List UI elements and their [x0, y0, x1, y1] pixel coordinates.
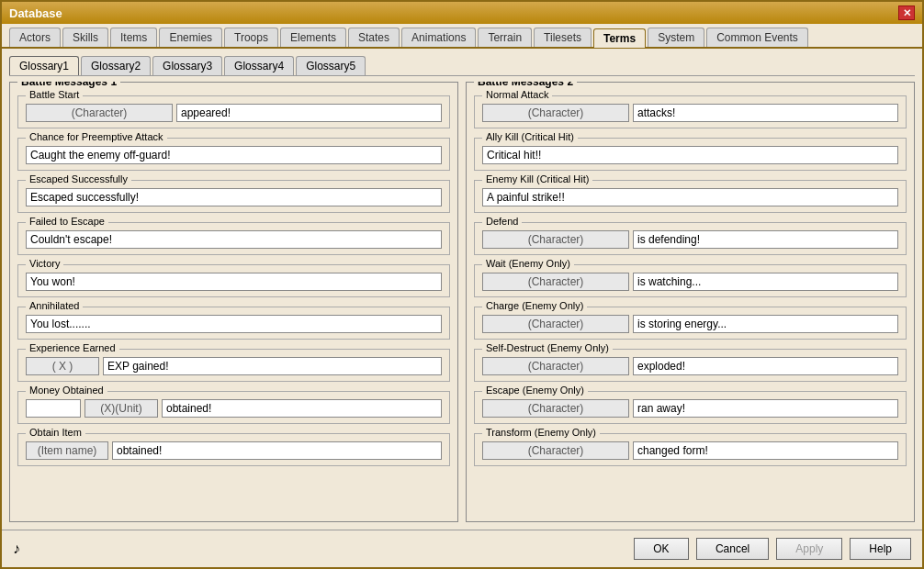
tab-elements[interactable]: Elements [280, 28, 346, 47]
victory-row [26, 273, 442, 291]
money-token2[interactable] [85, 399, 158, 418]
normal-attack-value[interactable] [633, 104, 898, 122]
normal-attack-row [482, 104, 898, 122]
tab-animations[interactable]: Animations [401, 28, 476, 47]
exp-row [26, 357, 442, 375]
transform-value[interactable] [633, 441, 898, 460]
tab-actors[interactable]: Actors [9, 28, 61, 47]
bottom-buttons: OK Cancel Apply Help [634, 538, 911, 560]
wait-row [482, 273, 898, 291]
transform-row [482, 441, 898, 460]
wait-value[interactable] [633, 273, 898, 291]
ally-kill-value[interactable] [482, 146, 898, 164]
tab-items[interactable]: Items [110, 28, 157, 47]
cancel-button[interactable]: Cancel [696, 538, 769, 560]
victory-value[interactable] [26, 273, 442, 291]
window-title: Database [9, 6, 62, 20]
tab-states[interactable]: States [348, 28, 400, 47]
ally-kill-group: Ally Kill (Critical Hit) [474, 138, 907, 171]
sub-tab-bar: Glossary1 Glossary2 Glossary3 Glossary4 … [9, 56, 915, 76]
enemy-kill-row [482, 188, 898, 206]
preemptive-row [26, 146, 442, 164]
wait-title: Wait (Enemy Only) [482, 258, 574, 269]
charge-title: Charge (Enemy Only) [482, 300, 587, 311]
sub-tab-glossary1[interactable]: Glossary1 [9, 56, 79, 75]
escape-value[interactable] [633, 399, 898, 418]
obtain-item-value[interactable] [112, 441, 442, 460]
enemy-kill-group: Enemy Kill (Critical Hit) [474, 180, 907, 213]
music-icon: ♪ [13, 541, 20, 557]
defend-group: Defend [474, 222, 907, 255]
right-panel: Battle Messages 2 Normal Attack Ally Kil… [466, 82, 915, 522]
failed-escape-title: Failed to Escape [26, 216, 108, 227]
main-area: Battle Messages 1 Battle Start Chance fo… [9, 82, 915, 522]
exp-value[interactable] [103, 357, 442, 375]
transform-token[interactable] [482, 441, 629, 460]
battle-messages-2-box: Battle Messages 2 Normal Attack Ally Kil… [466, 82, 915, 522]
sub-tab-glossary5[interactable]: Glossary5 [296, 56, 366, 75]
ok-button[interactable]: OK [634, 538, 689, 560]
left-panel: Battle Messages 1 Battle Start Chance fo… [9, 82, 458, 522]
obtain-item-token[interactable] [26, 441, 108, 460]
battle-start-token[interactable] [26, 104, 173, 122]
help-button[interactable]: Help [850, 538, 911, 560]
charge-token[interactable] [482, 315, 629, 333]
failed-escape-value[interactable] [26, 230, 442, 249]
charge-row [482, 315, 898, 333]
preemptive-group: Chance for Preemptive Attack [17, 138, 450, 171]
tab-common-events[interactable]: Common Events [706, 28, 808, 47]
self-destruct-value[interactable] [633, 357, 898, 375]
tab-tilesets[interactable]: Tilesets [534, 28, 592, 47]
escape-title: Escape (Enemy Only) [482, 385, 588, 396]
money-row [26, 399, 442, 418]
defend-token[interactable] [482, 230, 629, 249]
help-label: Help [869, 542, 892, 555]
victory-title: Victory [26, 258, 63, 269]
normal-attack-token[interactable] [482, 104, 629, 122]
main-tab-bar: Actors Skills Items Enemies Troops Eleme… [2, 24, 922, 49]
escaped-value[interactable] [26, 188, 442, 206]
money-token1[interactable] [26, 399, 81, 418]
obtain-item-row [26, 441, 442, 460]
enemy-kill-value[interactable] [482, 188, 898, 206]
battle-messages-1-box: Battle Messages 1 Battle Start Chance fo… [9, 82, 458, 522]
apply-button[interactable]: Apply [776, 538, 842, 560]
close-button[interactable]: ✕ [898, 6, 915, 20]
wait-token[interactable] [482, 273, 629, 291]
battle-messages-2-title: Battle Messages 2 [474, 82, 577, 88]
exp-token[interactable] [26, 357, 99, 375]
defend-row [482, 230, 898, 249]
failed-escape-group: Failed to Escape [17, 222, 450, 255]
title-bar-left: Database [9, 6, 62, 20]
self-destruct-row [482, 357, 898, 375]
escape-token[interactable] [482, 399, 629, 418]
tab-skills[interactable]: Skills [62, 28, 108, 47]
obtain-item-group: Obtain Item [17, 433, 450, 466]
failed-escape-row [26, 230, 442, 249]
bottom-bar: ♪ OK Cancel Apply Help [2, 530, 922, 567]
annihilated-title: Annihilated [26, 300, 83, 311]
tab-enemies[interactable]: Enemies [159, 28, 222, 47]
charge-value[interactable] [633, 315, 898, 333]
tab-system[interactable]: System [648, 28, 704, 47]
defend-value[interactable] [633, 230, 898, 249]
sub-tab-glossary4[interactable]: Glossary4 [224, 56, 294, 75]
escaped-title: Escaped Successfully [26, 173, 131, 184]
sub-tab-glossary3[interactable]: Glossary3 [152, 56, 222, 75]
sub-tab-glossary2[interactable]: Glossary2 [81, 56, 151, 75]
normal-attack-title: Normal Attack [482, 89, 552, 100]
self-destruct-token[interactable] [482, 357, 629, 375]
content-area: Glossary1 Glossary2 Glossary3 Glossary4 … [2, 49, 922, 530]
tab-terms[interactable]: Terms [593, 28, 646, 48]
money-value[interactable] [162, 399, 442, 418]
battle-start-value[interactable] [176, 104, 442, 122]
tab-terrain[interactable]: Terrain [478, 28, 532, 47]
tab-troops[interactable]: Troops [224, 28, 278, 47]
database-window: Database ✕ Actors Skills Items Enemies T… [0, 0, 924, 569]
wait-group: Wait (Enemy Only) [474, 264, 907, 297]
escaped-row [26, 188, 442, 206]
annihilated-value[interactable] [26, 315, 442, 333]
preemptive-value[interactable] [26, 146, 442, 164]
normal-attack-group: Normal Attack [474, 95, 907, 128]
annihilated-row [26, 315, 442, 333]
